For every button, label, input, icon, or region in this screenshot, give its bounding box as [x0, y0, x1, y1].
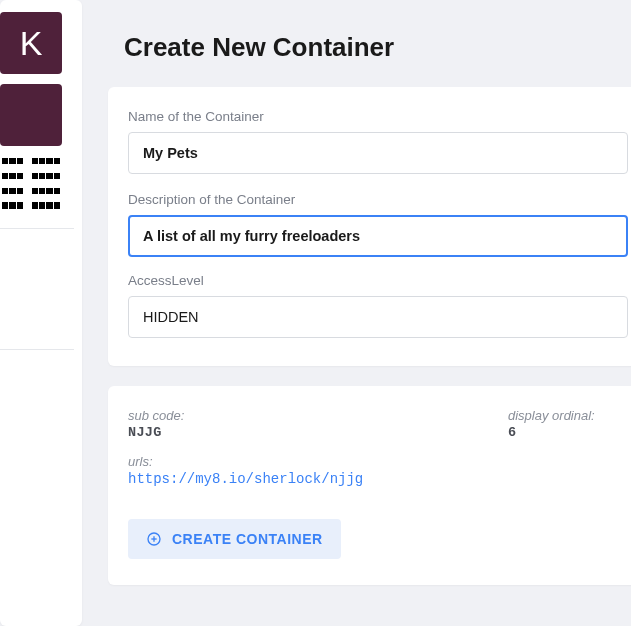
sidebar-tile-letter: K — [20, 24, 43, 63]
url-value: https://my8.io/sherlock/njjg — [128, 471, 628, 487]
form-card: Name of the Container Description of the… — [108, 87, 631, 366]
ordinal-value: 6 — [508, 425, 516, 440]
urls-col: urls: https://my8.io/sherlock/njjg — [128, 454, 628, 519]
ordinal-label: display ordinal: — [508, 408, 595, 423]
page-title: Create New Container — [108, 0, 631, 87]
sidebar: K — [0, 0, 82, 626]
subcode-col: sub code: NJJG — [128, 408, 184, 440]
name-label: Name of the Container — [128, 109, 628, 124]
meta-row: sub code: NJJG display ordinal: 6 — [128, 408, 628, 440]
meta-card: sub code: NJJG display ordinal: 6 urls: … — [108, 386, 631, 585]
access-level-label: AccessLevel — [128, 273, 628, 288]
sidebar-divider — [0, 228, 74, 229]
main-content: Create New Container Name of the Contain… — [108, 0, 631, 605]
sidebar-divider — [0, 349, 74, 350]
access-level-input[interactable] — [128, 296, 628, 338]
name-input[interactable] — [128, 132, 628, 174]
sidebar-tile-blank[interactable] — [0, 84, 62, 146]
subcode-label: sub code: — [128, 408, 184, 423]
urls-label: urls: — [128, 454, 628, 469]
sidebar-tile-qr[interactable] — [0, 156, 62, 218]
description-label: Description of the Container — [128, 192, 628, 207]
sidebar-tile-letter-k[interactable]: K — [0, 12, 62, 74]
create-button-label: CREATE CONTAINER — [172, 531, 323, 547]
description-input[interactable] — [128, 215, 628, 257]
plus-circle-icon — [146, 531, 162, 547]
ordinal-col: display ordinal: 6 — [508, 408, 628, 440]
subcode-value: NJJG — [128, 425, 184, 440]
qr-icon — [2, 158, 60, 216]
create-container-button[interactable]: CREATE CONTAINER — [128, 519, 341, 559]
